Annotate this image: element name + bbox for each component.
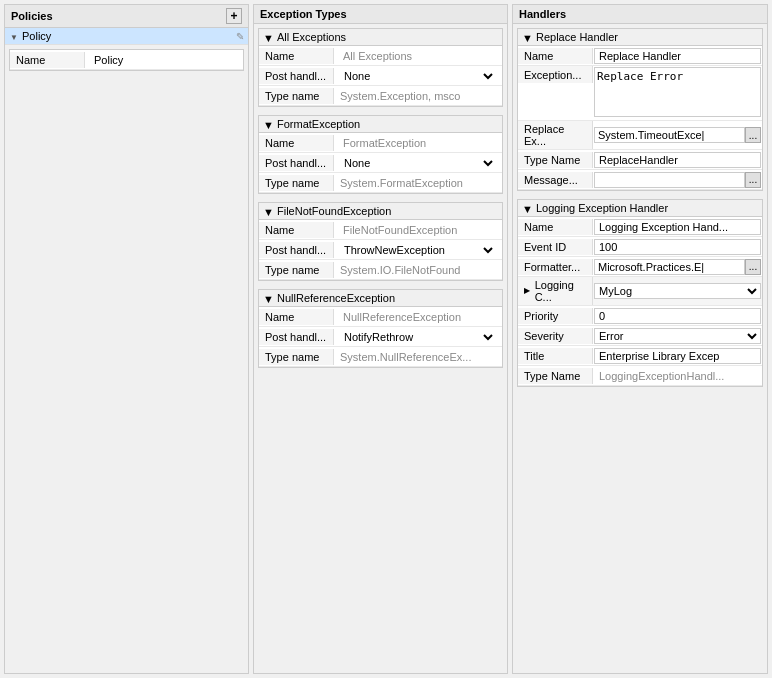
rh-message-browse-button[interactable]: ... <box>745 172 761 188</box>
rh-replace-ex-row: Replace Ex... ... <box>518 121 762 150</box>
nre-type-value: System.NullReferenceEx... <box>334 349 502 365</box>
all-ex-name-row: Name <box>259 46 502 66</box>
all-exceptions-group: ▼ All Exceptions Name Post handl... None… <box>258 28 503 107</box>
file-not-found-header[interactable]: ▼ FileNotFoundException <box>259 203 502 220</box>
leh-name-row: Name <box>518 217 762 237</box>
format-ex-name-input[interactable] <box>340 136 496 150</box>
all-ex-post-select[interactable]: None ThrowNewException NotifyRethrow <box>340 69 496 83</box>
leh-eventid-value <box>593 238 762 256</box>
all-ex-type-value: System.Exception, msco <box>334 88 502 104</box>
format-exception-group: ▼ FormatException Name Post handl... Non… <box>258 115 503 194</box>
leh-title-row: Title <box>518 346 762 366</box>
all-ex-post-row: Post handl... None ThrowNewException Not… <box>259 66 502 86</box>
all-exceptions-header[interactable]: ▼ All Exceptions <box>259 29 502 46</box>
policy-expand-icon <box>10 30 18 42</box>
fnf-post-select[interactable]: None ThrowNewException NotifyRethrow <box>340 243 496 257</box>
rh-message-label: Message... <box>518 172 593 188</box>
leh-priority-value <box>593 307 762 325</box>
all-ex-post-value: None ThrowNewException NotifyRethrow <box>334 67 502 85</box>
leh-eventid-input[interactable] <box>594 239 761 255</box>
leh-name-input[interactable] <box>594 219 761 235</box>
null-ref-label: NullReferenceException <box>277 292 395 304</box>
format-ex-post-label: Post handl... <box>259 155 334 171</box>
fnf-name-label: Name <box>259 222 334 238</box>
all-exceptions-toggle-icon[interactable]: ▼ <box>263 32 273 42</box>
nre-name-row: Name <box>259 307 502 327</box>
all-ex-name-value <box>334 47 502 65</box>
rh-message-input-group: ... <box>594 172 761 188</box>
leh-eventid-label: Event ID <box>518 239 593 255</box>
policy-tree-label: Policy <box>22 30 51 42</box>
null-ref-toggle-icon[interactable]: ▼ <box>263 293 273 303</box>
file-not-found-toggle-icon[interactable]: ▼ <box>263 206 273 216</box>
logging-exception-header[interactable]: ▼ Logging Exception Handler <box>518 200 762 217</box>
policies-panel: Policies + Policy ✎ Name <box>4 4 249 674</box>
rh-message-row: Message... ... <box>518 170 762 190</box>
rh-type-name-input[interactable] <box>594 152 761 168</box>
replace-handler-toggle-icon[interactable]: ▼ <box>522 32 532 42</box>
exception-types-header: Exception Types <box>254 5 507 24</box>
policy-edit-icon: ✎ <box>236 31 244 42</box>
leh-severity-row: Severity Error Warning Information <box>518 326 762 346</box>
rh-type-name-value <box>593 151 762 169</box>
leh-logging-c-label: ▶Logging C... <box>518 277 593 305</box>
format-ex-label: FormatException <box>277 118 360 130</box>
leh-severity-label: Severity <box>518 328 593 344</box>
replace-handler-props: Name Exception... Replace Error Replace … <box>518 46 762 190</box>
policy-tree-item[interactable]: Policy ✎ <box>5 28 248 45</box>
logging-c-toggle-icon[interactable]: ▶ <box>524 286 533 296</box>
leh-severity-select[interactable]: Error Warning Information <box>594 328 761 344</box>
rh-message-input[interactable] <box>594 172 745 188</box>
format-ex-post-value: None ThrowNewException NotifyRethrow <box>334 154 502 172</box>
rh-replace-ex-label: Replace Ex... <box>518 121 593 149</box>
nre-post-value: None ThrowNewException NotifyRethrow <box>334 328 502 346</box>
add-policy-button[interactable]: + <box>226 8 242 24</box>
rh-replace-ex-input[interactable] <box>594 127 745 143</box>
nre-post-row: Post handl... None ThrowNewException Not… <box>259 327 502 347</box>
fnf-name-row: Name <box>259 220 502 240</box>
format-ex-name-row: Name <box>259 133 502 153</box>
rh-exception-value: Replace Error <box>593 66 762 120</box>
rh-replace-ex-browse-button[interactable]: ... <box>745 127 761 143</box>
nre-type-label: Type name <box>259 349 334 365</box>
nre-post-select[interactable]: None ThrowNewException NotifyRethrow <box>340 330 496 344</box>
nre-name-label: Name <box>259 309 334 325</box>
leh-priority-row: Priority <box>518 306 762 326</box>
format-exception-header[interactable]: ▼ FormatException <box>259 116 502 133</box>
all-ex-name-input[interactable] <box>340 49 496 63</box>
policy-name-label: Name <box>10 52 85 68</box>
fnf-post-value: None ThrowNewException NotifyRethrow <box>334 241 502 259</box>
nre-name-input[interactable] <box>340 310 496 324</box>
replace-handler-header[interactable]: ▼ Replace Handler <box>518 29 762 46</box>
leh-logging-c-select[interactable]: MyLog <box>594 283 761 299</box>
rh-name-input[interactable] <box>594 48 761 64</box>
leh-formatter-browse-button[interactable]: ... <box>745 259 761 275</box>
handlers-header: Handlers <box>513 5 767 24</box>
file-not-found-props: Name Post handl... None ThrowNewExceptio… <box>259 220 502 280</box>
leh-priority-label: Priority <box>518 308 593 324</box>
format-ex-post-select[interactable]: None ThrowNewException NotifyRethrow <box>340 156 496 170</box>
leh-name-value <box>593 218 762 236</box>
null-ref-header[interactable]: ▼ NullReferenceException <box>259 290 502 307</box>
policy-name-input[interactable] <box>91 53 237 67</box>
rh-replace-ex-input-group: ... <box>594 127 761 143</box>
rh-replace-ex-value: ... <box>593 126 762 144</box>
replace-handler-group: ▼ Replace Handler Name Exception... Repl… <box>517 28 763 191</box>
leh-formatter-input[interactable] <box>594 259 745 275</box>
leh-priority-input[interactable] <box>594 308 761 324</box>
policy-name-row: Name <box>10 50 243 70</box>
leh-type-name-row: Type Name LoggingExceptionHandl... <box>518 366 762 386</box>
handlers-title: Handlers <box>519 8 566 20</box>
rh-name-value <box>593 47 762 65</box>
format-ex-name-label: Name <box>259 135 334 151</box>
leh-eventid-row: Event ID <box>518 237 762 257</box>
fnf-name-input[interactable] <box>340 223 496 237</box>
file-not-found-label: FileNotFoundException <box>277 205 391 217</box>
logging-ex-toggle-icon[interactable]: ▼ <box>522 203 532 213</box>
rh-exception-textarea[interactable]: Replace Error <box>594 67 761 117</box>
fnf-type-label: Type name <box>259 262 334 278</box>
all-exceptions-props: Name Post handl... None ThrowNewExceptio… <box>259 46 502 106</box>
format-ex-toggle-icon[interactable]: ▼ <box>263 119 273 129</box>
format-ex-name-value <box>334 134 502 152</box>
leh-title-input[interactable] <box>594 348 761 364</box>
